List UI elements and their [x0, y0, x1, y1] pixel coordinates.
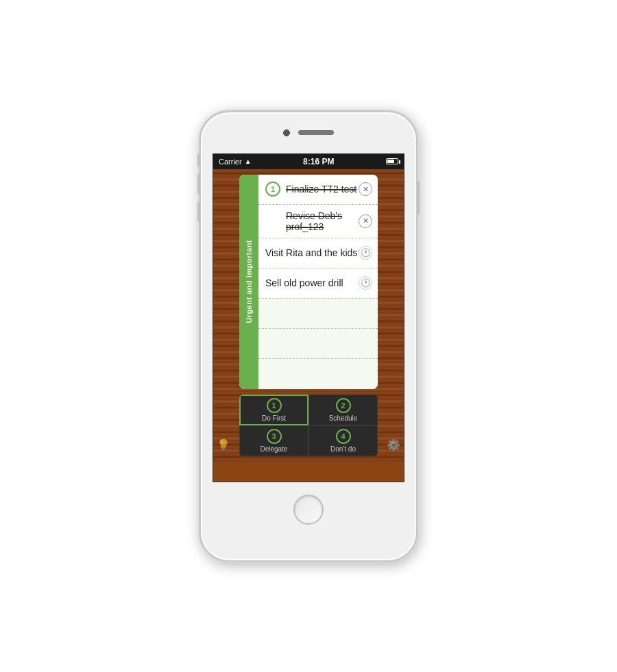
- status-left: Carrier ▲: [219, 158, 252, 166]
- gear-icon[interactable]: ⚙️: [387, 438, 400, 451]
- battery-fill: [387, 160, 394, 163]
- task-text: Sell old power drill: [265, 277, 359, 288]
- bottom-navigation: 1 Do First 2 Schedule 3 Delegate: [239, 395, 378, 456]
- status-bar: Carrier ▲ 8:16 PM: [213, 154, 404, 169]
- phone-frame: Carrier ▲ 8:16 PM 💡: [199, 110, 418, 562]
- task-text: Finalize TT2 test: [286, 184, 359, 195]
- task-row[interactable]: 1 Finalize TT2 test ✕: [258, 175, 378, 205]
- nav-number-2: 2: [336, 398, 351, 413]
- close-icon[interactable]: ✕: [359, 182, 372, 196]
- camera: [283, 129, 290, 136]
- phone-top: [201, 112, 416, 153]
- task-row-empty: [258, 299, 378, 329]
- carrier-label: Carrier: [219, 158, 242, 166]
- content-card: Urgent and important 1 Finalize TT2 test…: [239, 175, 378, 389]
- clock-icon[interactable]: 🕐: [359, 246, 372, 260]
- clock-icon[interactable]: 🕐: [359, 276, 372, 290]
- nav-schedule[interactable]: 2 Schedule: [308, 395, 378, 425]
- main-content: Urgent and important 1 Finalize TT2 test…: [234, 169, 383, 462]
- nav-do-first[interactable]: 1 Do First: [239, 395, 308, 425]
- nav-number-1: 1: [267, 398, 282, 413]
- status-right: [386, 158, 398, 164]
- lightbulb-icon[interactable]: 💡: [217, 438, 234, 451]
- task-row[interactable]: Visit Rita and the kids 🕐: [258, 238, 378, 269]
- time-display: 8:16 PM: [303, 157, 334, 166]
- screen: Carrier ▲ 8:16 PM 💡: [213, 153, 404, 482]
- side-label: Urgent and important: [239, 175, 258, 389]
- nav-label-dont-do: Don't do: [330, 445, 356, 453]
- phone-bottom: [201, 482, 416, 537]
- task-list: 1 Finalize TT2 test ✕ Revise Deb's prof_…: [258, 175, 378, 389]
- wood-background: 💡 Urgent and important: [213, 169, 404, 462]
- task-row-empty: [258, 329, 378, 359]
- sidebar-left: 💡: [213, 169, 234, 462]
- volume-up-button[interactable]: [197, 174, 200, 195]
- nav-delegate[interactable]: 3 Delegate: [239, 425, 308, 456]
- power-button[interactable]: [417, 181, 420, 215]
- volume-down-button[interactable]: [197, 201, 200, 222]
- task-badge: 1: [265, 182, 280, 197]
- nav-dont-do[interactable]: 4 Don't do: [308, 425, 378, 456]
- home-button[interactable]: [293, 495, 324, 525]
- nav-number-3: 3: [267, 429, 282, 444]
- nav-number-4: 4: [336, 429, 351, 444]
- screen-with-sidebar: 💡 Urgent and important: [213, 169, 404, 462]
- wifi-icon: ▲: [245, 158, 252, 165]
- task-text: Visit Rita and the kids: [265, 247, 359, 258]
- sidebar-right: ⚙️: [383, 169, 404, 462]
- task-row-empty: [258, 359, 378, 389]
- battery-icon: [386, 158, 398, 164]
- nav-label-do-first: Do First: [262, 414, 286, 422]
- nav-label-schedule: Schedule: [329, 414, 358, 422]
- task-row[interactable]: Sell old power drill 🕐: [258, 269, 378, 299]
- task-text: Revise Deb's prof_123: [265, 210, 359, 232]
- close-icon[interactable]: ✕: [359, 214, 372, 228]
- nav-label-delegate: Delegate: [260, 445, 287, 453]
- mute-button[interactable]: [197, 153, 200, 167]
- side-label-text: Urgent and important: [245, 240, 253, 323]
- task-row[interactable]: Revise Deb's prof_123 ✕: [258, 205, 378, 238]
- speaker: [298, 130, 334, 135]
